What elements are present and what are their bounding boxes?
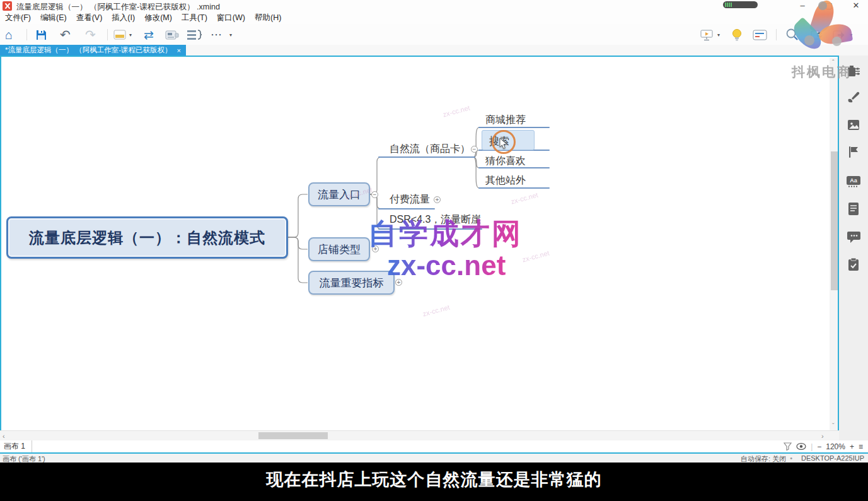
svg-text:Aa: Aa xyxy=(850,177,857,184)
marker-flag-icon[interactable] xyxy=(845,144,862,160)
undo-icon[interactable]: ↶ xyxy=(60,28,71,42)
topic-paid-traffic[interactable]: 付费流量 xyxy=(390,193,430,206)
topic-label: 店铺类型 xyxy=(318,242,361,257)
zoom-controls: | − 120% + ≡ xyxy=(784,440,863,452)
mindmap-canvas[interactable]: 流量底层逻辑（一）：自然流模式 流量入口 店铺类型 流量重要指标 自然流（商品卡… xyxy=(0,56,839,430)
collapse-handle-natural-flow[interactable]: − xyxy=(471,146,478,153)
toolbar: ⌂ ↶ ↷ ▾ ⇄ ⋯ ▾ ▾ ▾ xyxy=(0,24,868,45)
right-sidebar: Aa xyxy=(839,56,868,440)
brand-pinwheel-logo-icon xyxy=(797,0,848,50)
topic-other-offsite[interactable]: 其他站外 xyxy=(485,174,526,187)
vertical-scrollbar[interactable]: ˆ ˇ xyxy=(830,58,839,430)
tab-active-document[interactable]: *流量底层逻辑（一） （阿枫工作室-课程已获版权） × xyxy=(0,45,186,56)
subtitle-text: 现在在抖店上玩这个自然流量还是非常猛的 xyxy=(0,468,868,491)
zoom-out-button[interactable]: − xyxy=(817,442,821,451)
device-name: DESKTOP-A225IUP xyxy=(801,454,864,462)
style-brush-icon[interactable] xyxy=(845,88,862,105)
home-icon[interactable]: ⌂ xyxy=(5,28,13,42)
sheet-tab-canvas1[interactable]: 画布 1 xyxy=(0,440,32,452)
horizontal-scrollbar[interactable]: ‹ › xyxy=(0,430,839,440)
underline xyxy=(378,208,435,209)
watermark-site-url: zx-cc.net xyxy=(387,250,506,281)
eye-icon[interactable] xyxy=(796,443,806,450)
fit-view-button[interactable]: ≡ xyxy=(859,442,863,451)
horizontal-scroll-thumb[interactable] xyxy=(258,432,328,439)
app-logo-icon xyxy=(3,1,12,11)
zoom-level: 120% xyxy=(826,442,845,451)
close-button[interactable]: ✕ xyxy=(847,0,865,12)
scroll-right-icon[interactable]: › xyxy=(821,432,824,440)
menu-bar: 文件(F) 编辑(E) 查看(V) 插入(I) 修改(M) 工具(T) 窗口(W… xyxy=(0,12,868,24)
scroll-left-icon[interactable]: ‹ xyxy=(3,432,5,440)
topic-natural-flow[interactable]: 自然流（商品卡） xyxy=(390,143,470,156)
notes-icon[interactable] xyxy=(845,201,862,217)
scroll-down-icon[interactable]: ˇ xyxy=(832,421,835,430)
title-bar: 流量底层逻辑（一） （阿枫工作室-课程已获版权） .xmind – ▢ ✕ xyxy=(0,0,868,12)
menu-insert[interactable]: 插入(I) xyxy=(112,13,135,23)
underline xyxy=(478,167,550,168)
menu-help[interactable]: 帮助(H) xyxy=(255,13,281,23)
central-topic-label: 流量底层逻辑（一）：自然流模式 xyxy=(29,228,265,248)
vertical-scroll-thumb[interactable] xyxy=(831,151,838,290)
underline xyxy=(478,127,550,128)
topic-key-metrics[interactable]: 流量重要指标 xyxy=(308,271,395,295)
tab-label: *流量底层逻辑（一） （阿枫工作室-课程已获版权） xyxy=(5,45,172,55)
sheet-style-icon[interactable] xyxy=(113,28,126,42)
bottom-bar: 画布 1 | − 120% + ≡ xyxy=(0,440,868,452)
underline xyxy=(378,156,475,158)
status-bar: 画布 ('画布 1') 自动保存: 关闭 • DESKTOP-A225IUP xyxy=(0,452,868,463)
image-icon[interactable] xyxy=(845,117,862,133)
save-icon[interactable] xyxy=(35,28,47,42)
redo-icon[interactable]: ↷ xyxy=(85,28,96,42)
sheet-style-caret-icon[interactable]: ▾ xyxy=(129,28,132,42)
audio-level-meter xyxy=(723,1,758,8)
toolbar-overflow-caret-icon[interactable]: ▾ xyxy=(229,28,232,42)
menu-file[interactable]: 文件(F) xyxy=(5,13,31,23)
underline xyxy=(478,187,550,189)
menu-window[interactable]: 窗口(W) xyxy=(217,13,245,23)
outline-icon[interactable] xyxy=(187,28,202,42)
window-title: 流量底层逻辑（一） （阿枫工作室-课程已获版权） .xmind xyxy=(16,2,220,13)
topic-label: 流量重要指标 xyxy=(320,276,384,290)
menu-modify[interactable]: 修改(M) xyxy=(144,13,172,23)
presentation-caret-icon[interactable]: ▾ xyxy=(717,28,720,42)
zoom-in-button[interactable]: + xyxy=(850,442,854,451)
comment-icon[interactable] xyxy=(845,228,862,245)
menu-view[interactable]: 查看(V) xyxy=(76,13,103,23)
card-panel-icon[interactable] xyxy=(753,28,767,42)
topic-mall-recommend[interactable]: 商城推荐 xyxy=(485,114,526,127)
menu-tools[interactable]: 工具(T) xyxy=(182,13,207,23)
relationship-icon[interactable]: ⇄ xyxy=(144,28,154,42)
watermark-site-name: 自学成才网 xyxy=(368,215,523,254)
menu-edit[interactable]: 编辑(E) xyxy=(40,13,67,23)
filter-funnel-icon[interactable] xyxy=(784,442,792,451)
status-bullet: • xyxy=(790,454,792,462)
topic-shop-type[interactable]: 店铺类型 xyxy=(308,237,370,261)
divider: | xyxy=(811,442,813,451)
document-tab-strip: *流量底层逻辑（一） （阿枫工作室-课程已获版权） × xyxy=(0,45,868,56)
presentation-icon[interactable] xyxy=(700,28,714,42)
mouse-cursor-icon xyxy=(499,138,508,150)
clip-art-icon[interactable] xyxy=(165,28,179,42)
lightbulb-icon[interactable] xyxy=(731,28,743,42)
subtitle-band: 现在在抖店上玩这个自然流量还是非常猛的 xyxy=(0,463,868,501)
topic-guess-you-like[interactable]: 猜你喜欢 xyxy=(485,155,526,168)
central-topic[interactable]: 流量底层逻辑（一）：自然流模式 xyxy=(6,216,288,259)
tab-close-icon[interactable]: × xyxy=(177,47,181,54)
task-clipboard-icon[interactable] xyxy=(845,256,862,273)
label-icon[interactable]: Aa xyxy=(845,173,862,189)
sheet-tab-label: 画布 1 xyxy=(4,441,25,452)
watermark-brand: 抖枫电商 xyxy=(792,63,852,81)
expand-handle-paid-traffic[interactable]: + xyxy=(434,196,441,203)
more-icon[interactable]: ⋯ xyxy=(211,28,222,42)
